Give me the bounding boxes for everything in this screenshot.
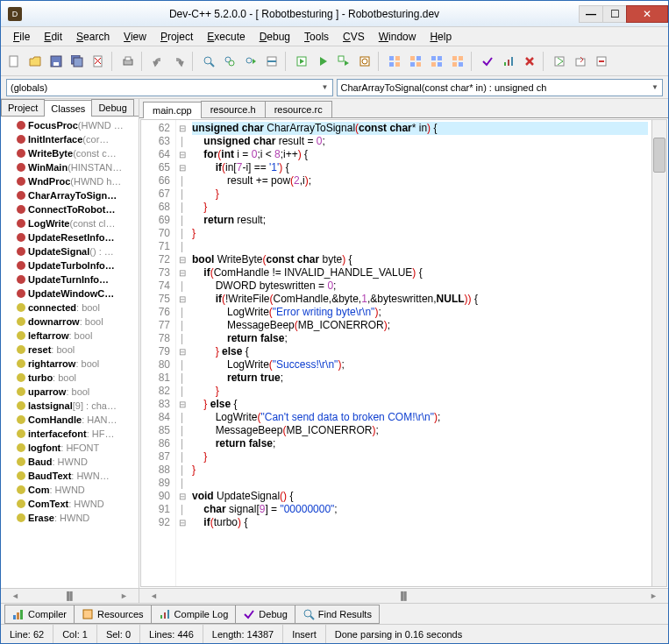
menu-execute[interactable]: Execute <box>200 29 252 45</box>
tree-item[interactable]: rightarrow : bool <box>4 357 139 371</box>
run-icon[interactable] <box>313 52 332 71</box>
remove-icon[interactable] <box>592 52 611 71</box>
code-line[interactable]: MessageBeep(MB_ICONERROR); <box>192 424 648 437</box>
tree-item[interactable]: UpdateWindowC… <box>4 287 139 301</box>
code-line[interactable]: if(!WriteFile(ComHandle,&byte,1,&byteswr… <box>192 293 648 306</box>
grid3-icon[interactable] <box>427 52 446 71</box>
redo-icon[interactable] <box>169 52 189 71</box>
maximize-button[interactable]: ☐ <box>602 5 627 23</box>
tree-item[interactable]: ComHandle : HAN… <box>4 413 139 427</box>
code-line[interactable]: unsigned char result = 0; <box>192 135 648 148</box>
code-line[interactable] <box>192 240 648 253</box>
code-line[interactable]: } <box>192 201 648 214</box>
bottom-tab-debug[interactable]: Debug <box>235 605 295 624</box>
code-line[interactable]: } else { <box>192 345 648 358</box>
menu-view[interactable]: View <box>117 29 153 45</box>
tree-item[interactable]: Erase : HWND <box>4 511 139 525</box>
code-area[interactable]: unsigned char CharArrayToSignal(const ch… <box>189 120 651 586</box>
code-line[interactable]: return false; <box>192 437 648 450</box>
code-line[interactable]: } <box>192 450 648 464</box>
code-line[interactable]: return false; <box>192 332 648 345</box>
tree-item[interactable]: lastsignal [9] : cha… <box>4 399 139 413</box>
debug-check-icon[interactable] <box>478 52 497 71</box>
save-icon[interactable] <box>46 52 66 71</box>
replace-icon[interactable] <box>220 52 239 71</box>
menu-window[interactable]: Window <box>372 29 423 45</box>
menu-tools[interactable]: Tools <box>297 29 336 45</box>
code-line[interactable]: if(in[7-i] == '1') { <box>192 161 648 174</box>
code-editor[interactable]: 6263646566676869707172737475767778798081… <box>140 119 667 587</box>
bottom-tab-resources[interactable]: Resources <box>74 605 152 624</box>
save-all-icon[interactable] <box>68 52 87 71</box>
code-line[interactable]: MessageBeep(MB_ICONERROR); <box>192 319 648 332</box>
tree-item[interactable]: InitInterface (cor… <box>4 132 139 146</box>
tree-item[interactable]: UpdateResetInfo… <box>4 230 139 244</box>
compile-icon[interactable] <box>292 52 311 71</box>
left-scrollbar[interactable]: ◄▐▌► <box>1 588 139 603</box>
code-line[interactable]: void UpdateSignal() { <box>192 490 648 503</box>
tree-item[interactable]: CharArrayToSign… <box>4 188 139 202</box>
menu-edit[interactable]: Edit <box>37 29 69 45</box>
find-next-icon[interactable] <box>241 52 260 71</box>
file-tab[interactable]: main.cpp <box>143 102 202 118</box>
code-line[interactable]: LogWrite("Success!\r\n"); <box>192 358 648 372</box>
code-line[interactable]: DWORD byteswritten = 0; <box>192 280 648 293</box>
grid4-icon[interactable] <box>448 52 467 71</box>
tree-item[interactable]: Baud : HWND <box>4 455 139 469</box>
code-line[interactable]: } <box>192 385 648 398</box>
tree-item[interactable]: connected : bool <box>4 301 139 315</box>
code-line[interactable]: if(ComHandle != INVALID_HANDLE_VALUE) { <box>192 266 648 280</box>
code-line[interactable] <box>192 477 648 490</box>
grid1-icon[interactable] <box>385 52 404 71</box>
tree-item[interactable]: interfacefont : HF… <box>4 427 139 441</box>
tree-item[interactable]: LogWrite (const cl… <box>4 216 139 230</box>
tree-item[interactable]: logfont : HFONT <box>4 441 139 455</box>
code-line[interactable]: for(int i = 0;i < 8;i++) { <box>192 148 648 161</box>
code-line[interactable]: LogWrite("Can't send data to broken COM!… <box>192 411 648 424</box>
find-icon[interactable] <box>199 52 218 71</box>
code-line[interactable]: char signal[9] = "00000000"; <box>192 503 648 516</box>
delete-icon[interactable] <box>520 52 539 71</box>
fold-gutter[interactable]: ⊟│⊟⊟││││││⊟⊟│⊟│││⊟│││⊟││││││⊟│⊟ <box>176 120 189 586</box>
left-tab-classes[interactable]: Classes <box>44 100 92 117</box>
file-tab[interactable]: resource.rc <box>265 101 332 117</box>
tree-item[interactable]: WndProc (HWND h… <box>4 174 139 188</box>
undo-icon[interactable] <box>148 52 167 71</box>
code-line[interactable]: LogWrite("Error writing byte\r\n"); <box>192 306 648 319</box>
left-tab-debug[interactable]: Debug <box>91 99 133 116</box>
code-line[interactable]: } <box>192 227 648 240</box>
tree-item[interactable]: uparrow : bool <box>4 385 139 399</box>
code-line[interactable]: result += pow(2,i); <box>192 174 648 188</box>
grid2-icon[interactable] <box>406 52 425 71</box>
menu-debug[interactable]: Debug <box>253 29 297 45</box>
new-project-icon[interactable] <box>550 52 569 71</box>
minimize-button[interactable]: — <box>579 5 603 23</box>
menu-cvs[interactable]: CVS <box>336 29 372 45</box>
tree-item[interactable]: WriteByte (const c… <box>4 146 139 160</box>
tree-item[interactable]: Com : HWND <box>4 483 139 497</box>
tree-item[interactable]: BaudText : HWN… <box>4 469 139 483</box>
tree-item[interactable]: UpdateSignal () : … <box>4 244 139 258</box>
tree-item[interactable]: ComText : HWND <box>4 497 139 511</box>
class-tree[interactable]: FocusProc (HWND …InitInterface (cor…Writ… <box>1 117 139 527</box>
tree-item[interactable]: ConnectToRobot… <box>4 202 139 216</box>
close-button[interactable]: ✕ <box>626 5 668 23</box>
code-line[interactable]: return result; <box>192 214 648 227</box>
tree-item[interactable]: UpdateTurnInfo… <box>4 272 139 287</box>
code-line[interactable]: unsigned char CharArrayToSignal(const ch… <box>192 122 648 135</box>
rebuild-icon[interactable] <box>355 52 374 71</box>
left-tab-project[interactable]: Project <box>1 99 45 116</box>
code-line[interactable]: return true; <box>192 372 648 385</box>
compile-run-icon[interactable] <box>334 52 353 71</box>
bottom-tab-find-results[interactable]: Find Results <box>295 605 380 624</box>
tree-item[interactable]: leftarrow : bool <box>4 329 139 343</box>
open-file-icon[interactable] <box>25 52 45 71</box>
code-line[interactable]: } <box>192 464 648 477</box>
profile-icon[interactable] <box>499 52 518 71</box>
print-icon[interactable] <box>118 52 138 71</box>
close-file-icon[interactable] <box>89 52 108 71</box>
function-dropdown[interactable]: CharArrayToSignal(const char* in) : unsi… <box>337 79 664 96</box>
menu-file[interactable]: File <box>6 29 37 45</box>
bottom-tab-compiler[interactable]: Compiler <box>4 605 75 624</box>
menu-help[interactable]: Help <box>423 29 459 45</box>
